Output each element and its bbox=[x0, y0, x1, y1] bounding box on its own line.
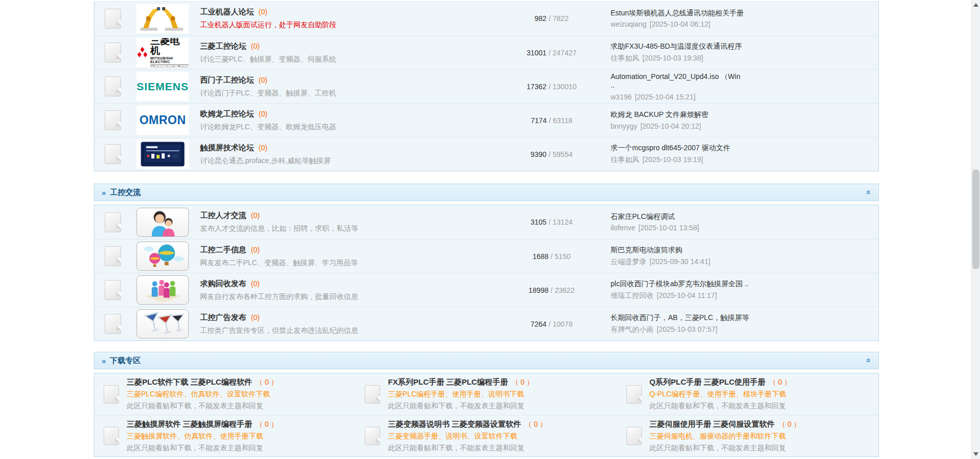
last-post-author-link[interactable]: bnnyygy bbox=[611, 122, 637, 130]
section-title-link[interactable]: 工控交流 bbox=[110, 188, 141, 197]
forum-stats: 7264/10078 bbox=[493, 320, 611, 328]
download-title-link[interactable]: 三菱伺服使用手册 三菱伺服设置软件 bbox=[650, 420, 775, 428]
download-title-link[interactable]: FX系列PLC手册 三菱PLC编程手册 bbox=[388, 377, 507, 386]
online-count: (0) bbox=[251, 211, 260, 219]
forum-title-link[interactable]: 欧姆龙工控论坛 bbox=[200, 109, 254, 118]
online-count: （ 0 ） bbox=[256, 420, 278, 428]
forum-stats: 982/7822 bbox=[493, 14, 611, 23]
mitsubishi-logo[interactable]: 三菱电机 MITSUBISHI ELECTRIC Changes for the… bbox=[136, 38, 189, 67]
download-title-link[interactable]: 三菱PLC软件下载 三菱PLC编程软件 bbox=[127, 377, 252, 386]
last-post: Automation_Portal_V20_Upd4.iso （Win .. w… bbox=[611, 72, 878, 101]
online-count: (0) bbox=[259, 8, 267, 16]
download-note: 此区只能看贴和下载，不能发表主题和回复 bbox=[127, 402, 278, 411]
download-subtitle-link[interactable]: 三菱变频器手册、说明书、设置软件下载 bbox=[388, 432, 547, 441]
post-count: 10078 bbox=[553, 320, 573, 328]
forum-row-touchscreen: 触摸屏技术论坛(0) 讨论昆仑通态,proface,步科,威纶等触摸屏 9390… bbox=[94, 137, 878, 171]
forum-title-link[interactable]: 工控二手信息 bbox=[200, 245, 246, 254]
last-post-title-link[interactable]: 长期回收西门子，AB，三菱PLC，触摸屏等 bbox=[611, 313, 874, 323]
forum-title-link[interactable]: 触摸屏技术论坛 bbox=[200, 143, 254, 152]
topic-count: 1688 bbox=[533, 252, 548, 261]
folder-icon bbox=[105, 246, 121, 266]
folder-icon bbox=[105, 43, 121, 63]
last-post: plc回收西门子模块ab罗克韦尔触摸屏全国 .. 维瑞工控回收[2025-10-… bbox=[611, 280, 878, 301]
siemens-logo[interactable]: SIEMENS bbox=[136, 72, 189, 101]
scroll-down-arrow-icon[interactable] bbox=[973, 452, 978, 456]
stats-separator: / bbox=[548, 14, 551, 23]
last-post-time: [2025-10-04 15:21] bbox=[635, 93, 695, 101]
section-marker: » bbox=[102, 188, 106, 197]
last-post-title-link[interactable]: 石家庄PLC编程调试 bbox=[611, 212, 874, 222]
vertical-scrollbar[interactable] bbox=[971, 0, 980, 459]
section-title-link[interactable]: 下载专区 bbox=[110, 356, 141, 366]
forum-title-link[interactable]: 工控广告发布 bbox=[200, 313, 246, 322]
last-post-author-link[interactable]: 往事如风 bbox=[611, 155, 639, 164]
scroll-up-arrow-icon[interactable] bbox=[973, 3, 978, 7]
forum-title-link[interactable]: 求购回收发布 bbox=[200, 279, 246, 288]
last-post-title-link[interactable]: Automation_Portal_V20_Upd4.iso （Win bbox=[611, 72, 874, 82]
download-subtitle-link[interactable]: 三菱PLC编程手册、使用手册、说明书下载 bbox=[388, 390, 534, 399]
last-post: 长期回收西门子，AB，三菱PLC，触摸屏等 有脾气的小南[2025-10-03 … bbox=[611, 313, 878, 334]
robot-arms-logo[interactable] bbox=[136, 4, 189, 33]
last-post-author-link[interactable]: w3196 bbox=[611, 93, 632, 101]
people-logo[interactable] bbox=[136, 208, 189, 237]
last-post-author-link[interactable]: weizuqiang bbox=[611, 20, 646, 28]
last-post-title-link[interactable]: 求一个mcgspro dlt645-2007 驱动文件 bbox=[611, 144, 874, 153]
download-note: 此区只能看贴和下载，不能发表主题和回复 bbox=[650, 402, 791, 411]
people-icon bbox=[138, 208, 188, 236]
download-title-link[interactable]: 三菱变频器说明书 三菱变频器设置软件 bbox=[388, 420, 521, 428]
figures-group-icon bbox=[138, 276, 188, 304]
last-post-author-link[interactable]: 往事如风 bbox=[611, 54, 639, 62]
folder-icon bbox=[365, 385, 380, 404]
topic-count: 7174 bbox=[531, 116, 547, 125]
last-post-title-link[interactable]: 求助FX3U-485-BD与温湿度仪表通讯程序 bbox=[611, 42, 874, 51]
online-count: （ 0 ） bbox=[525, 420, 547, 428]
forum-row-secondhand: 工控二手信息(0) 网友发布二手PLC、变频器、触摸屏、学习用品等 1688/5… bbox=[94, 239, 878, 273]
forum-info: 工业机器人论坛(0) 工业机器人版面试运行，处于网友自助阶段 bbox=[200, 7, 493, 30]
cocktails-logo[interactable] bbox=[136, 309, 189, 338]
section-header-exchange: » 工控交流 « bbox=[94, 184, 879, 201]
balloons-logo[interactable] bbox=[136, 242, 189, 271]
download-subtitle-link[interactable]: 三菱伺服电机、服驱动器的手册和软件下载 bbox=[650, 432, 801, 441]
forum-description: 网友发布二手PLC、变频器、触摸屏、学习用品等 bbox=[200, 258, 493, 268]
hmi-panel-logo[interactable] bbox=[136, 139, 189, 169]
download-subtitle-link[interactable]: Q-PLC编程手册、使用手册、模块手册下载 bbox=[650, 390, 791, 399]
last-post-author-link[interactable]: 维瑞工控回收 bbox=[611, 291, 654, 300]
omron-logo[interactable]: OMRON bbox=[136, 106, 189, 135]
forum-title-link[interactable]: 工控人才交流 bbox=[200, 211, 246, 219]
last-post-author-link[interactable]: ilofenve bbox=[611, 224, 635, 232]
last-post-title-link[interactable]: plc回收西门子模块ab罗克韦尔触摸屏全国 .. bbox=[611, 280, 874, 289]
online-count: (0) bbox=[259, 110, 267, 118]
topic-count: 982 bbox=[535, 14, 546, 23]
forum-stats: 9390/59554 bbox=[493, 150, 611, 158]
collapse-section-icon[interactable]: « bbox=[865, 358, 874, 363]
online-count: (0) bbox=[251, 42, 260, 50]
scrollbar-thumb[interactable] bbox=[972, 169, 979, 269]
forum-title-link[interactable]: 工业机器人论坛 bbox=[200, 7, 254, 16]
last-post-author-link[interactable]: 云端遗梦录 bbox=[611, 257, 646, 266]
forum-row-omron: OMRON 欧姆龙工控论坛(0) 讨论欧姆龙PLC、变频器、欧姆龙低压电器 71… bbox=[94, 103, 878, 137]
last-post-title-link[interactable]: 欧姆龙 BACKUP 文件麻烦解密 bbox=[611, 110, 874, 119]
last-post-title-link[interactable]: 斯巴克斯电动滚筒求购 bbox=[611, 246, 874, 255]
online-count: (0) bbox=[251, 313, 260, 322]
folder-icon bbox=[104, 427, 119, 445]
last-post-title-wrap[interactable]: .. bbox=[611, 81, 874, 90]
download-cell-inverter-manual: 三菱变频器说明书 三菱变频器设置软件（ 0 ） 三菱变频器手册、说明书、设置软件… bbox=[356, 415, 617, 456]
figures-logo[interactable] bbox=[136, 275, 189, 305]
folder-icon bbox=[626, 385, 642, 404]
last-post-author-link[interactable]: 有脾气的小南 bbox=[611, 325, 654, 333]
topic-count: 3105 bbox=[531, 218, 546, 226]
forum-stats: 17362/130010 bbox=[493, 83, 611, 91]
forum-description: 讨论三菱PLC、触摸屏、变频器、伺服系统 bbox=[200, 55, 493, 64]
download-title-link[interactable]: 三菱触摸屏软件 三菱触摸屏编程手册 bbox=[127, 420, 252, 428]
last-post-title-link[interactable]: Estun埃斯顿机器人总线通讯功能相关手册 bbox=[611, 9, 874, 18]
forum-title-link[interactable]: 三菱工控论坛 bbox=[200, 42, 246, 50]
download-subtitle-link[interactable]: 三菱触摸屏软件、仿真软件、使用手册下载 bbox=[127, 432, 278, 441]
forum-description: 讨论西门子PLC、变频器、触摸屏、工控机 bbox=[200, 89, 493, 98]
forum-title-link[interactable]: 西门子工控论坛 bbox=[200, 75, 254, 84]
download-title-link[interactable]: Q系列PLC手册 三菱PLC使用手册 bbox=[650, 377, 766, 386]
forum-description: 讨论欧姆龙PLC、变频器、欧姆龙低压电器 bbox=[200, 123, 493, 132]
topic-count: 18998 bbox=[528, 286, 548, 294]
collapse-section-icon[interactable]: « bbox=[865, 190, 874, 195]
section-header-downloads: » 下载专区 « bbox=[94, 352, 879, 369]
download-subtitle-link[interactable]: 三菱PLC编程软件、仿真软件、设置软件下载 bbox=[127, 390, 278, 399]
